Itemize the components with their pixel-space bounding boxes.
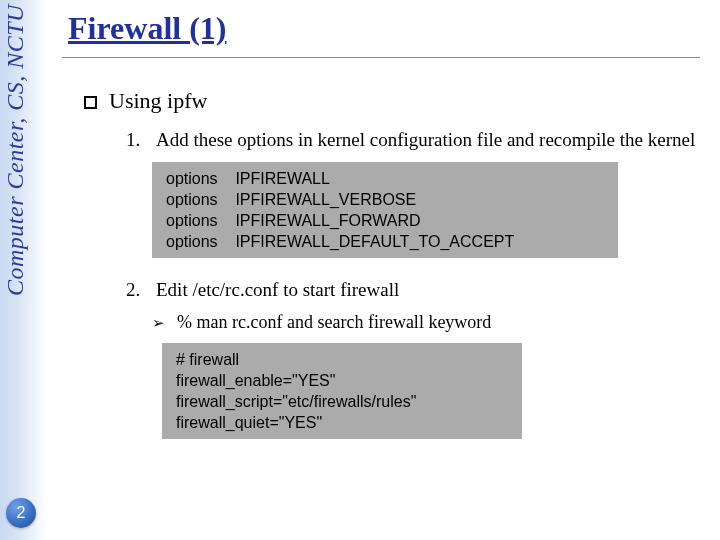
code-block-rc-conf: # firewall firewall_enable="YES" firewal… [162,343,522,439]
list-item: 1. Add these options in kernel configura… [126,128,700,152]
main-bullet-row: Using ipfw [62,88,700,114]
ordered-list: 2. Edit /etc/rc.conf to start firewall [62,278,700,302]
sidebar-label-text: Computer Center, CS, NCTU [2,4,28,296]
list-text: Add these options in kernel configuratio… [156,128,695,152]
page-number-badge: 2 [6,498,36,528]
page-number-value: 2 [17,504,26,522]
list-number: 1. [126,128,144,152]
list-number: 2. [126,278,144,302]
code-block-kernel-options: options IPFIREWALL options IPFIREWALL_VE… [152,162,618,258]
ordered-list: 1. Add these options in kernel configura… [62,128,700,152]
square-bullet-icon [84,96,97,109]
title-divider [62,57,700,58]
slide-title: Firewall (1) [62,10,700,47]
sidebar-gradient: Computer Center, CS, NCTU 2 [0,0,48,540]
sub-bullet-text: % man rc.conf and search firewall keywor… [177,312,491,333]
sub-bullet-row: ➢ % man rc.conf and search firewall keyw… [62,312,700,333]
sidebar-institution-label: Computer Center, CS, NCTU [2,4,29,384]
triangle-bullet-icon: ➢ [152,314,165,332]
list-text: Edit /etc/rc.conf to start firewall [156,278,399,302]
main-bullet-text: Using ipfw [109,88,207,114]
slide-content: Firewall (1) Using ipfw 1. Add these opt… [62,10,700,449]
list-item: 2. Edit /etc/rc.conf to start firewall [126,278,700,302]
